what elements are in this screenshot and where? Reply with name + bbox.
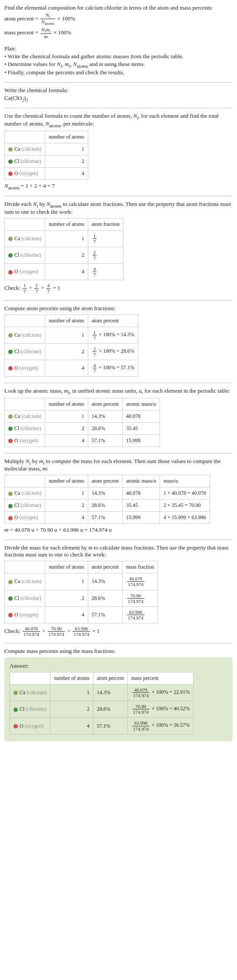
dot-icon (8, 439, 13, 443)
table-header-row: number of atoms (5, 131, 88, 143)
atom-pct-text: Compute atom percents using the atom fra… (4, 305, 233, 312)
el-name: (calcium) (21, 235, 41, 242)
cell-element: Ca (calcium) (5, 327, 45, 343)
cell-pct: 17 × 100% = 14.3% (88, 327, 138, 343)
atom-fraction-section: Divide each Ni by Natoms to calculate at… (4, 201, 233, 294)
table-row: O (oxygen) 4 47 × 100% = 57.1% (5, 360, 138, 376)
mass-calc-text: Multiply Ni by mi to compute the mass fo… (4, 458, 233, 473)
cell-element: Ca (calcium) (10, 685, 50, 701)
dot-icon (8, 596, 13, 601)
plan-b2-b: using these items. (103, 61, 145, 67)
el-symbol: Ca (14, 146, 20, 152)
table-row: Ca (calcium) 1 14.3% 40.078 (5, 410, 160, 422)
th-num-atoms: number of atoms (45, 131, 88, 143)
table-row: Cl (chlorine) 2 28.6% 70.90174.974 (5, 590, 158, 606)
table-row: O (oxygen) 4 57.1% 63.996174.974 × 100% … (10, 718, 194, 734)
check-label: Check: (4, 285, 20, 291)
cell-element: Cl (chlorine) (5, 590, 45, 606)
dot-icon (8, 366, 13, 371)
dot-icon (13, 691, 18, 695)
cell-count: 2 (45, 247, 88, 264)
atom-percent-formula: atom percent = Ni Natoms × 100% (4, 12, 233, 26)
dot-icon (8, 580, 13, 584)
dot-icon (8, 414, 13, 419)
frac-den: 7 (93, 239, 97, 244)
table-row: Cl (chlorine) 2 28.6% 70.90174.974 × 100… (10, 701, 194, 718)
atom-percent-section: Compute atom percents using the atom fra… (4, 305, 233, 377)
cell-frac: 63.996174.974 (122, 606, 157, 623)
intro-section: Find the elemental composition for calci… (4, 4, 233, 39)
cell-count: 2 (45, 343, 88, 360)
dot-icon (13, 724, 18, 728)
cell-pct: 27 × 100% = 28.6% (88, 343, 138, 360)
cell-frac: 17 (88, 230, 123, 247)
cell-count: 1 (45, 230, 88, 247)
final-text: Compute mass percents using the mass fra… (4, 648, 233, 655)
atom-percent-frac: Ni Natoms (40, 12, 55, 26)
cell-element: O (oxygen) (5, 264, 45, 280)
plan-heading: Plan: (4, 45, 233, 52)
table-row: Cl (chlorine) 2 (5, 155, 88, 167)
cell-frac: 27 (88, 247, 123, 264)
atomic-mass-text: Look up the atomic mass, mi, in unified … (4, 387, 233, 395)
cell-count: 2 (45, 155, 88, 167)
dot-icon (13, 708, 18, 712)
count-c: , per molecule: (60, 120, 94, 127)
mass-calc-table: number of atomsatom percentatomic mass/u… (4, 475, 210, 524)
dot-icon (8, 270, 13, 275)
table-row: Ca (calcium) 1 14.3% 40.078 1 × 40.078 =… (5, 487, 210, 500)
atom-percent-lhs: atom percent = (4, 15, 38, 22)
table-row: Cl (chlorine) 2 27 × 100% = 28.6% (5, 343, 138, 360)
cell-element: Cl (chlorine) (5, 247, 45, 264)
plan-bullet-3: • Finally, compute the percents and chec… (4, 69, 233, 76)
table-row: Ca (calcium) 1 14.3% 40.078174.974 × 100… (10, 685, 194, 701)
formula-section: Write the chemical formula: Ca(ClO2)2 (4, 87, 233, 102)
atomic-mass-table: number of atomsatom percentatomic mass/u… (4, 398, 160, 447)
dot-icon (8, 613, 13, 617)
answer-block: Answer: number of atomsatom percentmass … (4, 657, 233, 742)
formula-heading: Write the chemical formula: (4, 87, 233, 94)
divider (4, 108, 233, 108)
cell-element: O (oxygen) (5, 606, 45, 623)
count-text: Use the chemical formula to count the nu… (4, 113, 233, 128)
cell-element: O (oxygen) (5, 434, 45, 447)
el-symbol: Cl (14, 252, 19, 258)
frac-num: 1 (93, 233, 97, 239)
cell-mass-pct: 70.90174.974 × 100% = 40.52% (127, 701, 193, 718)
el-name: (chlorine) (20, 158, 41, 164)
cell-element: O (oxygen) (10, 718, 50, 734)
dot-icon (8, 492, 13, 496)
mass-fraction-section: Divide the mass for each element by m to… (4, 544, 233, 637)
cell-element: Ca (calcium) (5, 143, 45, 155)
el-name: (oxygen) (20, 170, 38, 176)
count-table: number of atoms Ca (calcium) 1 Cl (chlor… (4, 131, 88, 180)
check-eq: Check: 17 + 27 + 47 = 1 (4, 283, 233, 294)
natoms-eq: Natoms = 1 + 2 + 4 = 7 (4, 182, 233, 190)
frac-text: Divide each Ni by Natoms to calculate at… (4, 201, 233, 215)
frac-num: 2 (93, 250, 97, 255)
divider (4, 196, 233, 196)
cell-frac: 47 (88, 264, 123, 280)
cell-count: 1 (45, 327, 88, 343)
dot-icon (8, 333, 13, 338)
table-row: Cl (chlorine) 2 27 (5, 247, 124, 264)
formula-ca: Ca(ClO (4, 95, 22, 101)
table-header-row: number of atomsatom percent (5, 315, 138, 327)
dot-icon (8, 237, 13, 241)
cell-frac: 40.078174.974 (122, 573, 157, 590)
cell-element: Cl (chlorine) (5, 155, 45, 167)
dot-icon (8, 504, 13, 508)
atomic-mass-section: Look up the atomic mass, mi, in unified … (4, 387, 233, 447)
cell-element: O (oxygen) (5, 167, 45, 179)
cell-element: Ca (calcium) (5, 230, 45, 247)
cell-element: Cl (chlorine) (10, 701, 50, 718)
th-num-atoms: number of atoms (45, 315, 88, 327)
formula-sub2: 2 (26, 98, 28, 103)
cell-element: Cl (chlorine) (5, 500, 45, 512)
table-row: Ca (calcium) 1 14.3% 40.078174.974 (5, 573, 158, 590)
mass-percent-lhs: mass percent = (4, 29, 38, 36)
cell-element: Cl (chlorine) (5, 343, 45, 360)
table-row: O (oxygen) 4 47 (5, 264, 124, 280)
cell-element: Ca (calcium) (5, 410, 45, 422)
intro-text: Find the elemental composition for calci… (4, 4, 233, 11)
